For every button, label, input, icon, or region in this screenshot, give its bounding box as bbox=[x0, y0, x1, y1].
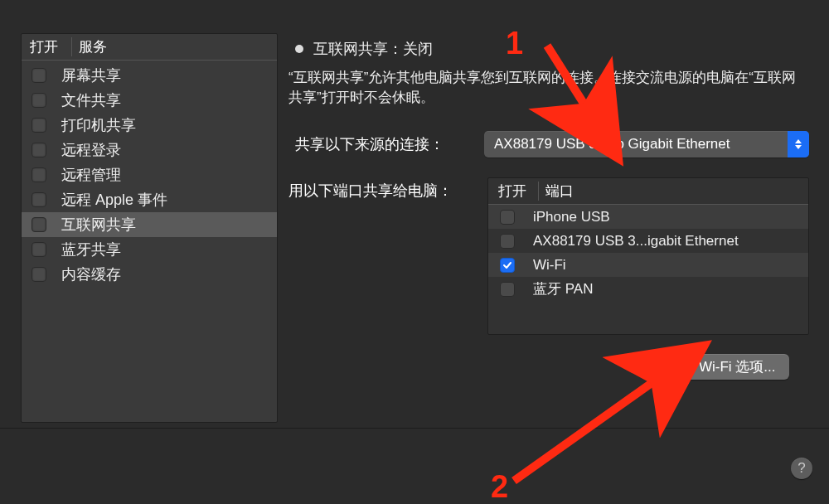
services-header-service: 服务 bbox=[71, 37, 277, 56]
port-row[interactable]: AX88179 USB 3...igabit Ethernet bbox=[488, 229, 808, 253]
port-label: 蓝牙 PAN bbox=[533, 279, 593, 298]
share-from-value: AX88179 USB 3.0 to Gigabit Ethernet bbox=[494, 136, 730, 153]
internet-sharing-description: “互联网共享”允许其他电脑共享您到互联网的连接。连接交流电源的电脑在“互联网共享… bbox=[288, 68, 802, 108]
port-checkbox[interactable] bbox=[500, 282, 515, 297]
port-label: iPhone USB bbox=[533, 209, 610, 225]
service-checkbox[interactable] bbox=[32, 167, 46, 182]
service-row[interactable]: 远程管理 bbox=[22, 162, 277, 187]
port-row[interactable]: 蓝牙 PAN bbox=[488, 277, 808, 301]
service-checkbox[interactable] bbox=[32, 192, 46, 207]
services-list: 屏幕共享文件共享打印机共享远程登录远程管理远程 Apple 事件互联网共享蓝牙共… bbox=[22, 61, 277, 287]
service-checkbox[interactable] bbox=[32, 68, 46, 83]
service-label: 远程登录 bbox=[61, 140, 121, 160]
port-row[interactable]: Wi-Fi bbox=[488, 253, 808, 277]
service-row[interactable]: 远程 Apple 事件 bbox=[22, 187, 277, 212]
service-row[interactable]: 打印机共享 bbox=[22, 113, 277, 138]
service-row[interactable]: 互联网共享 bbox=[22, 212, 277, 237]
port-checkbox[interactable] bbox=[500, 210, 515, 225]
service-label: 屏幕共享 bbox=[61, 65, 121, 85]
services-header-open: 打开 bbox=[22, 37, 71, 56]
checkmark-icon bbox=[502, 260, 512, 270]
help-icon: ? bbox=[797, 460, 805, 477]
service-label: 远程管理 bbox=[61, 165, 121, 185]
port-label: AX88179 USB 3...igabit Ethernet bbox=[533, 233, 739, 250]
port-row[interactable]: iPhone USB bbox=[488, 205, 808, 229]
share-from-select[interactable]: AX88179 USB 3.0 to Gigabit Ethernet bbox=[484, 131, 809, 158]
service-checkbox[interactable] bbox=[32, 93, 46, 108]
service-checkbox[interactable] bbox=[32, 242, 46, 257]
status-dot-icon bbox=[295, 45, 303, 53]
port-checkbox[interactable] bbox=[500, 258, 515, 273]
service-row[interactable]: 内容缓存 bbox=[22, 262, 277, 287]
service-checkbox[interactable] bbox=[32, 143, 46, 158]
share-ports-label: 用以下端口共享给电脑： bbox=[288, 181, 453, 201]
port-checkbox[interactable] bbox=[500, 234, 515, 249]
share-from-row: 共享以下来源的连接： AX88179 USB 3.0 to Gigabit Et… bbox=[295, 131, 809, 158]
ports-header-port: 端口 bbox=[538, 182, 808, 201]
ports-header: 打开 端口 bbox=[488, 178, 808, 205]
service-row[interactable]: 屏幕共享 bbox=[22, 63, 277, 88]
service-label: 文件共享 bbox=[61, 90, 121, 110]
ports-list: iPhone USBAX88179 USB 3...igabit Etherne… bbox=[488, 205, 808, 301]
service-row[interactable]: 蓝牙共享 bbox=[22, 237, 277, 262]
help-button[interactable]: ? bbox=[791, 458, 812, 479]
service-label: 打印机共享 bbox=[61, 115, 136, 135]
bottom-divider bbox=[0, 428, 829, 429]
svg-line-1 bbox=[514, 369, 671, 481]
share-from-label: 共享以下来源的连接： bbox=[295, 134, 469, 154]
service-checkbox[interactable] bbox=[32, 217, 46, 232]
port-label: Wi-Fi bbox=[533, 257, 566, 274]
annotation-number-2: 2 bbox=[491, 469, 508, 504]
services-header: 打开 服务 bbox=[22, 34, 277, 61]
service-checkbox[interactable] bbox=[32, 118, 46, 133]
ports-panel: 打开 端口 iPhone USBAX88179 USB 3...igabit E… bbox=[487, 177, 809, 335]
service-row[interactable]: 远程登录 bbox=[22, 138, 277, 162]
updown-arrows-icon bbox=[788, 131, 809, 158]
service-label: 互联网共享 bbox=[61, 215, 136, 235]
wifi-options-button[interactable]: Wi-Fi 选项... bbox=[686, 354, 789, 380]
internet-sharing-status: 互联网共享：关闭 bbox=[295, 39, 809, 59]
service-checkbox[interactable] bbox=[32, 267, 46, 282]
ports-header-open: 打开 bbox=[488, 182, 538, 201]
service-label: 蓝牙共享 bbox=[61, 240, 121, 259]
service-row[interactable]: 文件共享 bbox=[22, 88, 277, 113]
service-label: 远程 Apple 事件 bbox=[61, 190, 167, 210]
service-label: 内容缓存 bbox=[61, 264, 121, 284]
status-title: 互联网共享：关闭 bbox=[313, 39, 433, 59]
services-panel: 打开 服务 屏幕共享文件共享打印机共享远程登录远程管理远程 Apple 事件互联… bbox=[21, 33, 278, 423]
